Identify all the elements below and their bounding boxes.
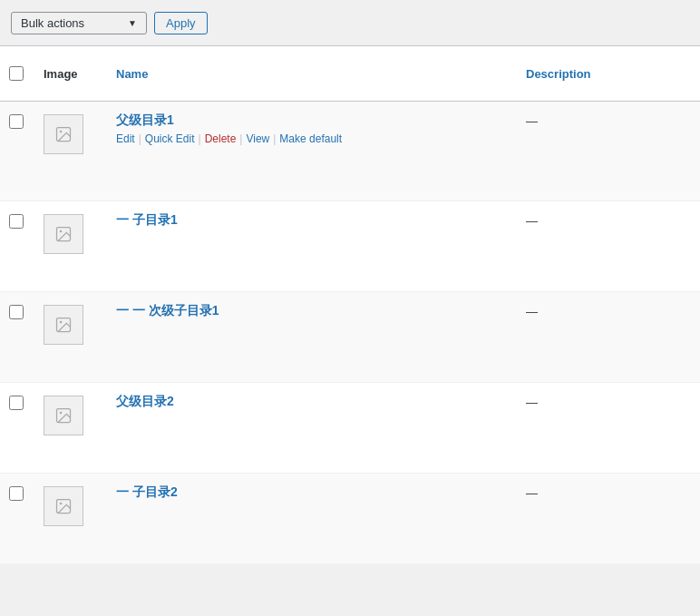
row1-view-link[interactable]: View (246, 132, 269, 145)
row1-checkbox[interactable] (9, 114, 24, 129)
row5-checkbox-cell (0, 474, 36, 513)
row4-image-cell (36, 383, 109, 448)
row3-checkbox-cell (0, 292, 36, 332)
svg-point-3 (60, 230, 63, 233)
row1-actions: Edit | Quick Edit | Delete | View | Make… (116, 132, 511, 145)
column-header-image: Image (36, 64, 109, 84)
row2-checkbox-cell (0, 201, 36, 241)
table-row: 父级目录1 Edit | Quick Edit | Delete | View … (0, 102, 700, 201)
row3-checkbox[interactable] (9, 305, 24, 319)
row3-name-cell: 一 一 次级子目录1 (109, 292, 519, 334)
categories-table: Image Name Description 父级目录1 Edit (0, 46, 700, 564)
row2-name-link[interactable]: 一 子目录1 (116, 212, 511, 229)
svg-point-5 (60, 321, 63, 324)
table-header: Image Name Description (0, 46, 700, 102)
row1-desc-cell: — (519, 102, 700, 141)
row2-image-cell (36, 201, 109, 267)
svg-point-9 (60, 503, 63, 505)
row3-image-placeholder (44, 305, 83, 345)
table-row: 一 一 次级子目录1 — (0, 292, 700, 383)
svg-point-7 (60, 412, 63, 415)
row5-image-placeholder (44, 486, 83, 526)
apply-button[interactable]: Apply (154, 12, 208, 34)
row4-checkbox-cell (0, 383, 36, 423)
row4-checkbox[interactable] (9, 396, 24, 410)
image-icon (54, 225, 73, 243)
row3-name-link[interactable]: 一 一 次级子目录1 (116, 303, 511, 319)
toolbar: Bulk actions ▼ Apply (0, 0, 700, 46)
column-header-description[interactable]: Description (519, 64, 700, 84)
chevron-down-icon: ▼ (128, 18, 137, 28)
image-icon (54, 316, 73, 334)
row1-image-cell (36, 102, 109, 167)
row1-image-placeholder (44, 114, 83, 154)
row1-name-link[interactable]: 父级目录1 (116, 112, 511, 129)
row4-name-cell: 父级目录2 (109, 383, 519, 425)
row5-name-cell: 一 子目录2 (109, 474, 519, 515)
table-row: 父级目录2 — (0, 383, 700, 474)
row1-checkbox-cell (0, 102, 36, 142)
row5-image-cell (36, 474, 109, 539)
image-icon (54, 125, 73, 143)
table-row: 一 子目录2 — (0, 474, 700, 564)
table-row: 一 子目录1 — (0, 201, 700, 292)
image-icon (54, 497, 73, 515)
row5-name-link[interactable]: 一 子目录2 (116, 484, 511, 501)
select-all-checkbox[interactable] (9, 66, 24, 81)
row5-checkbox[interactable] (9, 486, 24, 501)
row1-edit-link[interactable]: Edit (116, 132, 135, 145)
column-header-name[interactable]: Name (109, 64, 519, 84)
row5-desc-cell: — (519, 474, 700, 513)
row1-make-default-link[interactable]: Make default (279, 132, 342, 145)
row1-delete-link[interactable]: Delete (205, 132, 237, 145)
row2-desc-cell: — (519, 201, 700, 240)
row1-quick-edit-link[interactable]: Quick Edit (145, 132, 195, 145)
bulk-actions-button[interactable]: Bulk actions ▼ (11, 12, 147, 34)
row2-image-placeholder (44, 214, 83, 254)
row4-desc-cell: — (519, 383, 700, 422)
row2-name-cell: 一 子目录1 (109, 201, 519, 243)
row3-desc-cell: — (519, 292, 700, 331)
row1-name-cell: 父级目录1 Edit | Quick Edit | Delete | View … (109, 102, 519, 156)
row4-image-placeholder (44, 396, 83, 435)
image-icon (54, 406, 73, 425)
select-all-cell (0, 54, 36, 93)
row4-name-link[interactable]: 父级目录2 (116, 394, 511, 410)
row2-checkbox[interactable] (9, 214, 24, 229)
svg-point-1 (60, 131, 63, 133)
bulk-actions-label: Bulk actions (21, 16, 84, 30)
row3-image-cell (36, 292, 109, 357)
